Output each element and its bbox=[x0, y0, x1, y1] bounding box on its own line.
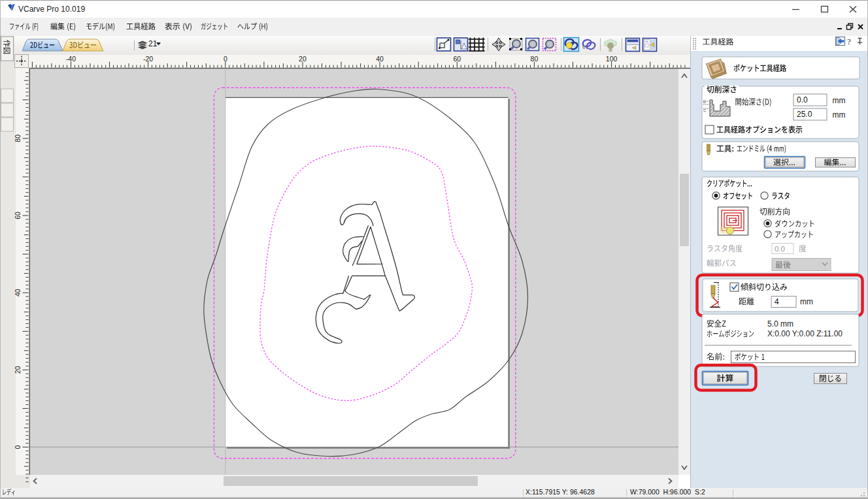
svg-text:80: 80 bbox=[14, 135, 22, 142]
svg-text:40: 40 bbox=[376, 55, 384, 63]
svg-text:0: 0 bbox=[14, 445, 22, 449]
svg-text:80: 80 bbox=[531, 55, 539, 63]
svg-text:-40: -40 bbox=[66, 55, 76, 63]
svg-text:W:79.000 H:96.000 S:2: W:79.000 H:96.000 S:2 bbox=[630, 488, 705, 496]
svg-text:D: D bbox=[703, 100, 706, 104]
svg-text:21: 21 bbox=[148, 39, 158, 48]
svg-text:60: 60 bbox=[14, 212, 22, 219]
svg-text:20: 20 bbox=[299, 55, 307, 63]
svg-text:X:115.7915 Y: 96.4628: X:115.7915 Y: 96.4628 bbox=[526, 488, 595, 496]
svg-text:C: C bbox=[703, 108, 706, 112]
svg-text:mm: mm bbox=[800, 297, 813, 306]
svg-text:0: 0 bbox=[224, 55, 227, 63]
svg-text:0.0: 0.0 bbox=[775, 245, 785, 253]
svg-text:-20: -20 bbox=[143, 55, 153, 63]
svg-text:?: ? bbox=[847, 37, 851, 46]
svg-text:X:0.00 Y:0.00 Z:11.00: X:0.00 Y:0.00 Z:11.00 bbox=[767, 329, 843, 338]
svg-text:mm: mm bbox=[833, 110, 846, 120]
svg-text:mm: mm bbox=[833, 96, 846, 105]
svg-text:40: 40 bbox=[14, 289, 22, 297]
svg-text:VCarve Pro 10.019: VCarve Pro 10.019 bbox=[18, 5, 85, 14]
svg-text:20: 20 bbox=[14, 366, 22, 374]
svg-text:25.0: 25.0 bbox=[797, 110, 812, 119]
svg-text:60: 60 bbox=[453, 55, 461, 63]
svg-text:100: 100 bbox=[606, 55, 618, 63]
svg-text:0.0: 0.0 bbox=[797, 95, 808, 105]
svg-text:4: 4 bbox=[775, 297, 779, 306]
svg-text:5.0 mm: 5.0 mm bbox=[767, 319, 793, 329]
